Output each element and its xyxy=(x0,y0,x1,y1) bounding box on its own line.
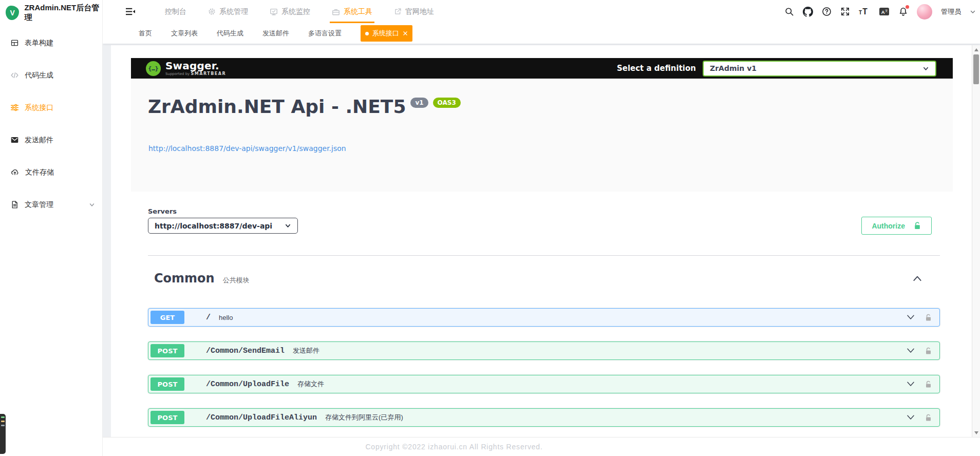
tab-article-list[interactable]: 文章列表 xyxy=(171,29,198,38)
sidebar-item-label: 发送邮件 xyxy=(25,136,102,145)
document-icon xyxy=(10,200,19,209)
nav-label: 系统工具 xyxy=(344,7,372,16)
footer: Copyright ©2022 izhaorui.cn All Rights R… xyxy=(103,437,980,456)
sidebar-item-label: 代码生成 xyxy=(25,71,102,80)
svg-text:文: 文 xyxy=(885,9,888,12)
expand-chevron-icon[interactable] xyxy=(906,347,915,354)
nav-item-system-manage[interactable]: 系统管理 xyxy=(208,0,248,23)
endpoint-path: /Common/SendEmail xyxy=(206,347,285,355)
tab-send-mail[interactable]: 发送邮件 xyxy=(262,29,289,38)
nav-label: 控制台 xyxy=(165,7,186,16)
section-description: 公共模块 xyxy=(223,276,250,285)
scroll-down-arrow[interactable] xyxy=(974,431,978,434)
api-info-section: ZrAdmin.NET Api - .NET5 v1 OAS3 http://l… xyxy=(131,79,953,192)
endpoint-row-get-hello[interactable]: GET / hello xyxy=(148,308,940,327)
endpoint-summary: hello xyxy=(219,314,233,321)
sidebar-item-send-mail[interactable]: 发送邮件 xyxy=(0,124,102,156)
lock-icon[interactable] xyxy=(925,313,932,322)
tab-system-api[interactable]: 系统接口 xyxy=(361,25,412,42)
tab-home[interactable]: 首页 xyxy=(139,29,152,38)
close-tab-icon[interactable] xyxy=(403,31,408,36)
swagger-supported-by: Supported by SMARTBEAR xyxy=(165,71,226,76)
notification-dot xyxy=(906,5,909,9)
expand-chevron-icon[interactable] xyxy=(906,314,915,321)
endpoint-path: / xyxy=(206,313,211,322)
endpoint-summary: 存储文件 xyxy=(297,379,324,389)
collapse-sidebar-button[interactable] xyxy=(125,7,135,16)
notifications-bell-icon[interactable] xyxy=(898,7,908,16)
nav-item-system-tools[interactable]: 系统工具 xyxy=(332,0,372,23)
font-size-icon[interactable]: T T xyxy=(859,7,870,16)
authorize-label: Authorize xyxy=(872,222,905,230)
tag-section-header-common[interactable]: Common 公共模块 xyxy=(148,267,940,290)
sidebar: V ZRAdmin.NET后台管理 表单构建 代码生成 系统接口 xyxy=(0,0,103,456)
scrollbar-thumb[interactable] xyxy=(973,54,979,84)
avatar[interactable] xyxy=(917,4,932,20)
lock-icon[interactable] xyxy=(925,380,932,389)
app-logo: V ZRAdmin.NET后台管理 xyxy=(0,0,102,26)
translate-icon[interactable]: A 文 xyxy=(879,7,890,16)
copyright-text: Copyright ©2022 izhaorui.cn All Rights R… xyxy=(365,443,542,451)
app-logo-icon: V xyxy=(6,6,19,20)
definition-select-group: Select a definition ZrAdmin v1 xyxy=(617,61,936,77)
scroll-up-arrow[interactable] xyxy=(974,48,978,51)
sidebar-item-form-builder[interactable]: 表单构建 xyxy=(0,27,102,59)
section-name: Common xyxy=(154,271,215,286)
unlock-icon xyxy=(913,221,921,230)
sidebar-item-file-storage[interactable]: 文件存储 xyxy=(0,156,102,188)
monitor-icon xyxy=(270,8,278,16)
user-menu-caret-icon[interactable] xyxy=(970,9,976,15)
nav-label: 官网地址 xyxy=(405,7,434,16)
active-tab-dot xyxy=(365,32,369,35)
definition-select-label: Select a definition xyxy=(617,64,696,73)
nav-item-system-monitor[interactable]: 系统监控 xyxy=(270,0,310,23)
header-actions: T T A 文 管理员 xyxy=(784,4,980,20)
expand-chevron-icon[interactable] xyxy=(906,381,915,388)
endpoint-row-send-email[interactable]: POST /Common/SendEmail 发送邮件 xyxy=(148,341,940,360)
endpoint-row-upload-file-aliyun[interactable]: POST /Common/UploadFileAliyun 存储文件到阿里云(已… xyxy=(148,408,940,427)
app-title: ZRAdmin.NET后台管理 xyxy=(24,3,102,23)
spec-url-link[interactable]: http://localhost:8887/dev-api/swagger/v1… xyxy=(148,144,346,153)
expand-chevron-icon[interactable] xyxy=(906,414,915,421)
sidebar-item-article-manage[interactable]: 文章管理 xyxy=(0,188,102,221)
api-title: ZrAdmin.NET Api - .NET5 v1 OAS3 xyxy=(148,96,461,117)
tags-view-bar: 首页 文章列表 代码生成 发送邮件 多语言设置 系统接口 xyxy=(103,23,980,44)
github-icon[interactable] xyxy=(803,7,813,17)
nav-item-console[interactable]: 控制台 xyxy=(165,0,186,23)
sidebar-item-code-gen[interactable]: 代码生成 xyxy=(0,59,102,91)
nav-item-official-site[interactable]: 官网地址 xyxy=(394,0,434,23)
dock-widget[interactable] xyxy=(0,414,6,454)
sidebar-menu: 表单构建 代码生成 系统接口 发送邮件 xyxy=(0,26,102,221)
tab-i18n-settings[interactable]: 多语言设置 xyxy=(308,29,342,38)
form-grid-icon xyxy=(10,39,19,47)
fullscreen-icon[interactable] xyxy=(840,7,850,16)
swagger-logo[interactable]: {…} Swagger. Supported by SMARTBEAR xyxy=(146,61,226,76)
help-icon[interactable] xyxy=(822,7,832,16)
svg-text:T: T xyxy=(859,10,862,15)
sidebar-item-label: 系统接口 xyxy=(25,103,102,112)
sidebar-item-system-api[interactable]: 系统接口 xyxy=(0,91,102,124)
section-divider xyxy=(148,255,940,256)
definition-select[interactable]: ZrAdmin v1 xyxy=(703,61,936,77)
username[interactable]: 管理员 xyxy=(941,7,961,16)
lock-icon[interactable] xyxy=(925,413,932,422)
endpoint-row-upload-file[interactable]: POST /Common/UploadFile 存储文件 xyxy=(148,375,940,393)
tab-code-gen[interactable]: 代码生成 xyxy=(217,29,243,38)
chevron-down-icon xyxy=(285,222,291,229)
server-select[interactable]: http://localhost:8887/dev-api xyxy=(148,218,298,234)
nav-label: 系统管理 xyxy=(219,7,248,16)
version-badge: v1 xyxy=(410,98,428,108)
authorize-button[interactable]: Authorize xyxy=(861,217,932,235)
method-badge: POST xyxy=(150,411,184,424)
servers-label: Servers xyxy=(148,207,177,215)
mail-icon xyxy=(10,136,19,144)
content-scrollbar[interactable] xyxy=(972,45,980,438)
search-icon[interactable] xyxy=(784,7,794,16)
toolbox-icon xyxy=(332,8,340,16)
sidebar-item-label: 文章管理 xyxy=(25,200,83,210)
swagger-ui-panel: {…} Swagger. Supported by SMARTBEAR Sele… xyxy=(111,45,972,438)
lock-icon[interactable] xyxy=(925,347,932,355)
collapse-section-icon[interactable] xyxy=(912,274,922,282)
svg-text:T: T xyxy=(862,7,868,16)
swagger-logo-icon: {…} xyxy=(146,61,161,76)
